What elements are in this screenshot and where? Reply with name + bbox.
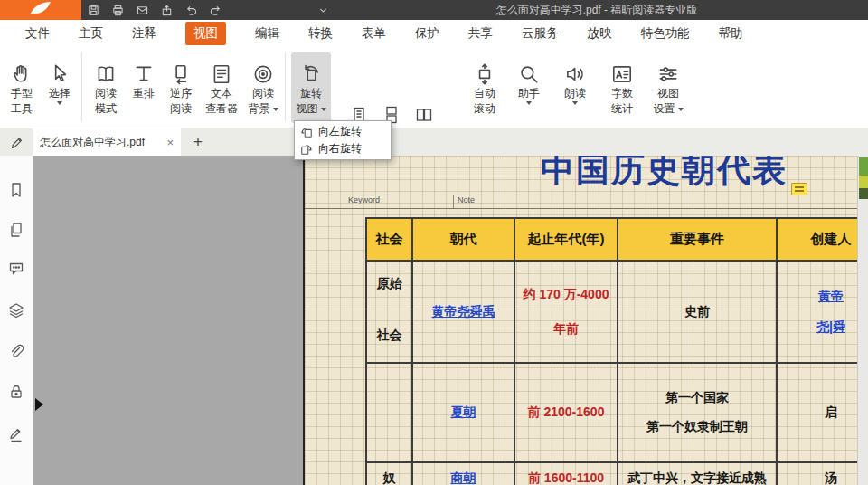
cell-society <box>367 364 413 463</box>
navigation-panel-strip <box>0 156 33 485</box>
menu-item-rotate-left[interactable]: 向左旋转 <box>295 123 391 140</box>
menu-protect[interactable]: 保护 <box>415 25 439 42</box>
menu-edit[interactable]: 编辑 <box>255 25 279 42</box>
print-button[interactable] <box>111 4 125 17</box>
facing-view-button[interactable] <box>413 103 435 127</box>
sliders-icon <box>656 55 680 86</box>
hand-icon <box>10 55 33 86</box>
ribbon-separator <box>81 52 82 121</box>
comment-annotation-icon[interactable] <box>791 183 807 195</box>
tab-close-button[interactable]: × <box>166 137 174 148</box>
cell-founder: 启 <box>778 364 857 463</box>
assistant-button[interactable]: 助手 <box>509 52 549 123</box>
keyword-note-divider <box>453 195 454 208</box>
text-viewer-button[interactable]: 文本 查看器 <box>200 52 243 123</box>
read-mode-button[interactable]: 阅读 模式 <box>87 52 125 123</box>
book-icon <box>94 55 118 86</box>
redo-button[interactable] <box>209 4 222 17</box>
scrollbar-thumb[interactable] <box>859 157 868 199</box>
dynasty-link[interactable]: 黄帝尧舜禹 <box>432 304 495 320</box>
rotate-left-icon <box>300 126 313 138</box>
read-aloud-label: 朗读 <box>564 86 586 101</box>
sidebar-pages-button[interactable] <box>8 222 24 238</box>
dropdown-arrow-icon <box>321 108 326 111</box>
menu-file[interactable]: 文件 <box>25 25 50 42</box>
save-button[interactable] <box>87 4 100 17</box>
keyword-label: Keyword <box>348 195 380 204</box>
menu-form[interactable]: 表单 <box>362 25 386 42</box>
text-viewer-label: 文本 <box>211 86 232 101</box>
text-document-icon <box>210 55 233 86</box>
facing-pages-icon <box>415 106 433 124</box>
paperclip-icon <box>8 344 24 360</box>
cell-society: 奴 <box>367 463 413 485</box>
menu-convert[interactable]: 转换 <box>308 25 333 42</box>
export-button[interactable] <box>160 4 174 17</box>
scroll-indicator-segment <box>859 157 868 176</box>
rotate-view-button[interactable]: 旋转 视图 <box>291 52 331 123</box>
menu-view[interactable]: 视图 <box>185 22 226 45</box>
sidebar-bookmarks-button[interactable] <box>8 182 24 198</box>
foxit-reader-window: 怎么面对高中学习.pdf - 福昕阅读器专业版 文件 主页 注释 视图 编辑 转… <box>0 0 868 485</box>
document-tab[interactable]: 怎么面对高中学习.pdf × <box>33 128 181 156</box>
sidebar-comments-button[interactable] <box>8 261 24 277</box>
reverse-read-button[interactable]: 逆序 阅读 <box>163 52 199 123</box>
dropdown-arrow-icon <box>273 108 278 111</box>
vertical-scrollbar[interactable] <box>857 156 868 485</box>
qat-customize-chevron-icon[interactable] <box>318 0 328 20</box>
menu-comment[interactable]: 注释 <box>132 25 156 42</box>
email-button[interactable] <box>136 4 149 17</box>
foxit-logo[interactable] <box>0 0 81 20</box>
founder-link[interactable]: 黄帝 <box>818 289 844 305</box>
rotate-view-label: 旋转 <box>300 86 322 101</box>
read-aloud-button[interactable]: 朗读 <box>555 52 595 123</box>
hand-tool-label: 手型 <box>11 86 33 101</box>
read-mode-label: 阅读 <box>95 86 117 101</box>
read-background-button[interactable]: 阅读 背景 <box>244 52 282 123</box>
menu-features[interactable]: 特色功能 <box>641 25 690 42</box>
undo-button[interactable] <box>184 4 198 17</box>
feather-icon <box>29 1 52 19</box>
cell-events: 武丁中兴，文字接近成熟 <box>618 463 778 485</box>
tab-title: 怎么面对高中学习.pdf <box>40 135 161 150</box>
reflow-label: 重排 <box>133 86 155 101</box>
sidebar-layers-button[interactable] <box>8 302 24 319</box>
table-header-dynasty: 朝代 <box>413 219 515 262</box>
dropdown-arrow-icon <box>526 101 532 105</box>
word-count-icon <box>610 55 634 86</box>
cell-years: 前 1600-1100 <box>515 463 618 485</box>
scroll-indicator-segment <box>859 188 868 199</box>
reflow-button[interactable]: 重排 <box>127 52 161 123</box>
dynasty-link[interactable]: 商朝 <box>451 471 476 485</box>
view-settings-label: 视图 <box>657 86 679 101</box>
dynasty-link[interactable]: 夏朝 <box>451 404 476 421</box>
ribbon-separator <box>285 52 286 121</box>
menu-cloud[interactable]: 云服务 <box>522 25 559 42</box>
table-header-society: 社会 <box>367 219 413 262</box>
view-settings-button[interactable]: 视图 设置 <box>646 52 690 123</box>
select-tool-button[interactable]: 选择 <box>42 52 77 123</box>
sidebar-attachments-button[interactable] <box>8 344 24 360</box>
auto-scroll-button[interactable]: 自动 滚动 <box>465 52 505 123</box>
sidebar-security-button[interactable] <box>8 384 24 400</box>
header-rule <box>305 208 857 209</box>
founder-link[interactable]: 尧|舜 <box>816 319 845 336</box>
menu-home[interactable]: 主页 <box>79 25 103 42</box>
content-area: 中国历史朝代表 Keyword Note 社会 朝代 起止年代(年) 重要事件 … <box>0 156 868 485</box>
annotate-pencil-button[interactable] <box>8 134 26 152</box>
select-tool-label: 选择 <box>49 86 71 101</box>
pdf-viewport[interactable]: 中国历史朝代表 Keyword Note 社会 朝代 起止年代(年) 重要事件 … <box>33 156 857 485</box>
cell-dynasty: 黄帝尧舜禹 <box>413 262 515 364</box>
menu-share[interactable]: 共享 <box>468 25 493 42</box>
word-count-button[interactable]: 字数 统计 <box>601 52 643 123</box>
cell-years: 约 170 万-4000 年前 <box>515 262 618 364</box>
menu-help[interactable]: 帮助 <box>719 25 743 42</box>
hand-tool-button[interactable]: 手型 工具 <box>2 52 42 123</box>
panel-expand-arrow[interactable] <box>35 398 43 411</box>
rotate-right-icon <box>300 143 313 156</box>
menu-item-rotate-right[interactable]: 向右旋转 <box>295 140 391 157</box>
rotate-dropdown-menu: 向左旋转 向右旋转 <box>294 120 392 160</box>
sidebar-signature-button[interactable] <box>8 426 24 442</box>
new-tab-button[interactable]: + <box>186 128 210 156</box>
menu-present[interactable]: 放映 <box>588 25 612 42</box>
